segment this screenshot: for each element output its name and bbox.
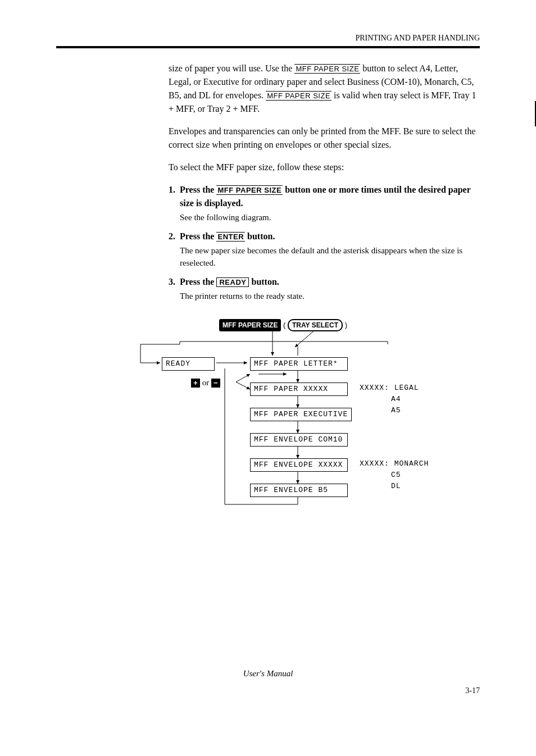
state-diagram: MFF PAPER SIZE ( TRAY SELECT ) READY + o… [124,319,480,521]
step-1-num: 1. [169,183,180,224]
diagram-legend1-item1: A4 [391,394,401,405]
diagram-option-envelope-xxxxx: MFF ENVELOPE XXXXX [250,458,348,472]
step-3-pre: Press the [180,277,216,286]
steps-intro: To select the MFF paper size, follow the… [169,161,480,174]
svg-line-5 [236,382,250,389]
plus-button[interactable]: + [191,379,200,388]
minus-button[interactable]: − [211,379,220,388]
diagram-option-paper-xxxxx: MFF PAPER XXXXX [250,382,348,396]
diagram-legend1-item0: LEGAL [394,384,419,392]
lcd-mff-paper-size-2: MFF PAPER SIZE [266,91,331,101]
diagram-legend1-label: XXXXX: [360,384,389,392]
diagram-option-letter: MFF PAPER LETTER* [250,357,348,371]
step-1-action: Press the MFF PAPER SIZE button one or m… [180,183,480,210]
step-2-explain: The new paper size becomes the default a… [180,244,480,270]
diagram-legend2: XXXXX: MONARCH [360,458,429,470]
diagram-or: or [202,378,210,387]
step-3-action: Press the READY button. [180,275,480,289]
diagram-legend1: XXXXX: LEGAL [360,382,419,394]
diagram-option-executive: MFF PAPER EXECUTIVE [250,408,352,421]
diagram-paren-close: ) [345,321,347,329]
intro-p1-a: size of paper you will use. Use the [169,63,294,73]
step-1: 1. Press the MFF PAPER SIZE button one o… [56,183,480,224]
step-1-explain: See the following diagram. [180,211,480,224]
diagram-option-com10: MFF ENVELOPE COM10 [250,433,348,447]
diagram-legend2-item0: MONARCH [394,459,429,468]
lcd-mff-paper-size-1: MFF PAPER SIZE [294,64,360,74]
svg-line-1 [295,330,315,347]
diagram-ready-box: READY [162,357,215,371]
intro-paragraph-1: size of paper you will use. Use the MFF … [169,62,480,116]
enter-button[interactable]: ENTER [216,232,245,242]
diagram-option-b5: MFF ENVELOPE B5 [250,484,348,497]
diagram-legend1-item2: A5 [391,405,401,416]
diagram-tray-select-button[interactable]: TRAY SELECT [288,319,343,331]
ready-button[interactable]: READY [216,277,249,287]
step-2-num: 2. [169,230,180,270]
step-3-explain: The printer returns to the ready state. [180,290,480,303]
step-2: 2. Press the ENTER button. The new paper… [56,230,480,270]
diagram-legend2-item2: DL [391,481,401,492]
step-2-pre: Press the [180,231,216,241]
diagram-legend2-item1: C5 [391,470,401,481]
step-2-action: Press the ENTER button. [180,230,480,243]
step-1-pre: Press the [180,185,216,194]
footer-manual: User's Manual [56,667,480,680]
step-3: 3. Press the READY button. The printer r… [56,275,480,303]
page-number: 3-17 [56,685,480,696]
step-3-num: 3. [169,275,180,303]
step-2-post: button. [247,231,275,241]
diagram-mff-button[interactable]: MFF PAPER SIZE [219,319,281,331]
mff-paper-size-button[interactable]: MFF PAPER SIZE [216,185,283,195]
diagram-legend2-label: XXXXX: [360,459,389,468]
diagram-paren-open: ( [283,321,288,329]
step-3-post: button. [251,277,279,286]
intro-paragraph-2: Envelopes and transparencies can only be… [169,125,480,152]
header-rule [56,46,480,48]
header-section: PRINTING AND PAPER HANDLING [56,34,480,43]
svg-line-6 [236,374,250,382]
